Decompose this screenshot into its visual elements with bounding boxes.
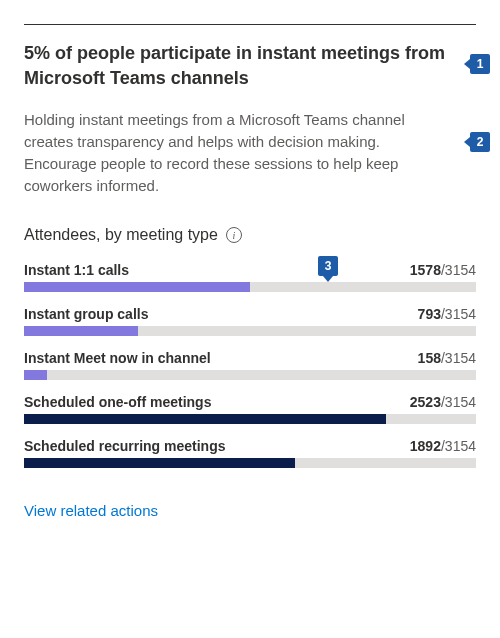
insight-title: 5% of people participate in instant meet…: [24, 41, 476, 91]
bar-value-wrap: 1578/3154: [410, 262, 476, 278]
bar-value-wrap: 1892/3154: [410, 438, 476, 454]
bar-track: [24, 370, 476, 380]
bar-fill: [24, 282, 250, 292]
bar-total: /3154: [441, 262, 476, 278]
bar-chart: Instant 1:1 calls1578/3154Instant group …: [24, 262, 476, 468]
bar-header: Instant group calls793/3154: [24, 306, 476, 322]
bar-fill: [24, 326, 138, 336]
bar-total: /3154: [441, 438, 476, 454]
bar-fill: [24, 414, 386, 424]
top-divider: [24, 24, 476, 25]
bar-value: 158: [418, 350, 441, 366]
bar-header: Instant 1:1 calls1578/3154: [24, 262, 476, 278]
insight-description: Holding instant meetings from a Microsof…: [24, 109, 476, 196]
callout-2: 2: [470, 132, 490, 152]
bar-label: Instant 1:1 calls: [24, 262, 129, 278]
bar-value: 1578: [410, 262, 441, 278]
bar-label: Scheduled recurring meetings: [24, 438, 226, 454]
bar-row: Instant 1:1 calls1578/3154: [24, 262, 476, 292]
section-title: Attendees, by meeting type: [24, 226, 218, 244]
bar-header: Instant Meet now in channel158/3154: [24, 350, 476, 366]
bar-total: /3154: [441, 350, 476, 366]
bar-track: [24, 282, 476, 292]
section-header: Attendees, by meeting type i: [24, 226, 476, 244]
bar-row: Scheduled one-off meetings2523/3154: [24, 394, 476, 424]
view-related-actions-link[interactable]: View related actions: [24, 502, 158, 519]
bar-track: [24, 414, 476, 424]
bar-fill: [24, 458, 295, 468]
bar-header: Scheduled one-off meetings2523/3154: [24, 394, 476, 410]
bar-label: Scheduled one-off meetings: [24, 394, 211, 410]
bar-track: [24, 326, 476, 336]
bar-value: 793: [418, 306, 441, 322]
bar-value: 2523: [410, 394, 441, 410]
bar-fill: [24, 370, 47, 380]
bar-value-wrap: 158/3154: [418, 350, 476, 366]
bar-row: Instant group calls793/3154: [24, 306, 476, 336]
callout-1: 1: [470, 54, 490, 74]
bar-label: Instant group calls: [24, 306, 148, 322]
bar-row: Scheduled recurring meetings1892/3154: [24, 438, 476, 468]
callout-3: 3: [318, 256, 338, 276]
bar-row: Instant Meet now in channel158/3154: [24, 350, 476, 380]
bar-label: Instant Meet now in channel: [24, 350, 211, 366]
info-icon[interactable]: i: [226, 227, 242, 243]
bar-total: /3154: [441, 306, 476, 322]
bar-value-wrap: 2523/3154: [410, 394, 476, 410]
bar-track: [24, 458, 476, 468]
bar-value: 1892: [410, 438, 441, 454]
bar-total: /3154: [441, 394, 476, 410]
bar-header: Scheduled recurring meetings1892/3154: [24, 438, 476, 454]
bar-value-wrap: 793/3154: [418, 306, 476, 322]
